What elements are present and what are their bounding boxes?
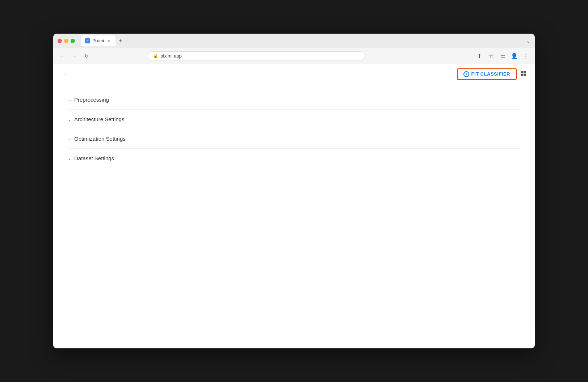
back-nav-button[interactable]: ← xyxy=(58,52,66,60)
fit-classifier-label: FIT CLASSIFIER xyxy=(471,71,510,77)
traffic-lights xyxy=(58,39,75,43)
maximize-button[interactable] xyxy=(71,39,75,43)
fit-classifier-button[interactable]: FIT CLASSIFIER xyxy=(457,68,517,80)
more-button[interactable]: ⋮ xyxy=(522,52,530,60)
main-content: ⌄Preprocessing⌄Architecture Settings⌄Opt… xyxy=(53,84,535,348)
profile-button[interactable]: 👤 xyxy=(510,52,519,60)
browser-window: P Piximi ✕ + ⌄ ← → ↻ 🔒 piximi.app ⬆ ☆ ▭ … xyxy=(53,34,535,348)
accordion-label-preprocessing: Preprocessing xyxy=(74,97,109,103)
play-icon xyxy=(463,71,469,77)
chevron-icon-optimization-settings: ⌄ xyxy=(68,136,71,141)
accordion-header-architecture-settings[interactable]: ⌄Architecture Settings xyxy=(68,110,520,129)
grid-svg xyxy=(521,71,526,77)
lock-icon: 🔒 xyxy=(153,54,158,58)
accordion-section-dataset-settings: ⌄Dataset Settings xyxy=(68,149,520,168)
accordion-header-optimization-settings[interactable]: ⌄Optimization Settings xyxy=(68,129,520,148)
accordion-section-preprocessing: ⌄Preprocessing xyxy=(68,90,520,110)
toolbar-right: FIT CLASSIFIER xyxy=(457,68,528,80)
accordion-label-dataset-settings: Dataset Settings xyxy=(74,155,114,161)
app-content: ← FIT CLASSIFIER ⌄Preproc xyxy=(53,64,535,348)
active-tab[interactable]: P Piximi ✕ xyxy=(81,35,116,46)
app-back-button[interactable]: ← xyxy=(60,68,72,80)
accordion-container: ⌄Preprocessing⌄Architecture Settings⌄Opt… xyxy=(68,90,520,168)
sidebar-button[interactable]: ▭ xyxy=(499,52,507,60)
accordion-section-optimization-settings: ⌄Optimization Settings xyxy=(68,129,520,149)
chevron-icon-preprocessing: ⌄ xyxy=(68,97,71,102)
app-toolbar: ← FIT CLASSIFIER xyxy=(53,64,535,84)
tab-title: Piximi xyxy=(92,38,104,43)
tab-close-button[interactable]: ✕ xyxy=(106,38,111,43)
tab-bar: P Piximi ✕ + xyxy=(81,35,523,46)
accordion-section-architecture-settings: ⌄Architecture Settings xyxy=(68,110,520,129)
accordion-header-preprocessing[interactable]: ⌄Preprocessing xyxy=(68,90,520,109)
accordion-label-optimization-settings: Optimization Settings xyxy=(74,136,126,142)
title-bar: P Piximi ✕ + ⌄ xyxy=(53,34,535,48)
svg-rect-0 xyxy=(521,71,523,73)
share-button[interactable]: ⬆ xyxy=(475,52,484,60)
url-text: piximi.app xyxy=(160,53,182,59)
svg-rect-3 xyxy=(524,74,526,76)
new-tab-button[interactable]: + xyxy=(116,36,126,46)
accordion-label-architecture-settings: Architecture Settings xyxy=(74,116,124,122)
minimize-button[interactable] xyxy=(64,39,68,43)
bookmark-button[interactable]: ☆ xyxy=(487,52,496,60)
browser-actions: ⬆ ☆ ▭ 👤 ⋮ xyxy=(475,52,530,60)
forward-nav-button[interactable]: → xyxy=(70,52,79,60)
reload-button[interactable]: ↻ xyxy=(82,52,91,60)
tab-favicon: P xyxy=(85,38,90,43)
accordion-header-dataset-settings[interactable]: ⌄Dataset Settings xyxy=(68,149,520,168)
grid-view-icon[interactable] xyxy=(520,70,528,78)
svg-rect-1 xyxy=(524,71,526,73)
address-bar: ← → ↻ 🔒 piximi.app ⬆ ☆ ▭ 👤 ⋮ xyxy=(53,48,535,64)
close-button[interactable] xyxy=(58,39,62,43)
svg-rect-2 xyxy=(521,74,523,76)
window-controls-right: ⌄ xyxy=(526,38,530,44)
chevron-icon-architecture-settings: ⌄ xyxy=(68,117,71,122)
address-input[interactable]: 🔒 piximi.app xyxy=(148,51,365,60)
chevron-icon-dataset-settings: ⌄ xyxy=(68,156,71,161)
